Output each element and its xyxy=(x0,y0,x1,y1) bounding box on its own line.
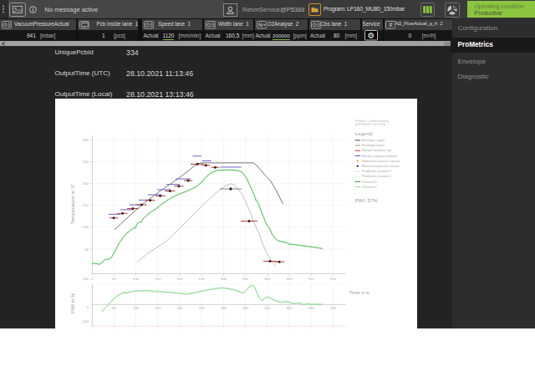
svg-text:150: 150 xyxy=(155,277,161,281)
svg-text:Channel 1: Channel 1 xyxy=(362,180,377,184)
svg-text:(07/10/2021 14:23:23): (07/10/2021 14:23:23) xyxy=(355,123,385,126)
svg-text:400: 400 xyxy=(264,277,271,281)
svg-text:Prediction channel 2: Prediction channel 2 xyxy=(362,174,391,178)
svg-text:Envelope upper: Envelope upper xyxy=(362,138,385,142)
svg-text:-100: -100 xyxy=(81,319,89,323)
svg-text:50: 50 xyxy=(84,247,89,252)
svg-text:200: 200 xyxy=(176,277,183,281)
svg-text:Product: Commissioning: Product: Commissioning xyxy=(355,120,389,123)
svg-text:550: 550 xyxy=(330,306,337,310)
svg-text:250: 250 xyxy=(83,160,89,164)
svg-text:50: 50 xyxy=(112,277,116,281)
svg-text:250: 250 xyxy=(199,306,206,310)
svg-text:300: 300 xyxy=(83,138,89,142)
svg-text:350: 350 xyxy=(242,277,249,281)
svg-text:200: 200 xyxy=(176,306,183,310)
svg-text:Prediction channel 1: Prediction channel 1 xyxy=(362,169,391,173)
svg-text:⚙: ⚙ xyxy=(367,31,374,40)
svg-text:300: 300 xyxy=(221,306,227,310)
svg-text:Time in s: Time in s xyxy=(349,290,369,295)
svg-text:Recipe setpoints bottom: Recipe setpoints bottom xyxy=(362,154,397,158)
svg-text:100: 100 xyxy=(83,277,89,281)
svg-text:550: 550 xyxy=(330,277,337,281)
svg-text:PWI in %: PWI in % xyxy=(70,293,75,313)
svg-text:Measured process sensor: Measured process sensor xyxy=(362,164,400,168)
svg-text:Reference process sensor: Reference process sensor xyxy=(362,159,400,163)
svg-text:450: 450 xyxy=(286,277,293,281)
svg-text:#: # xyxy=(389,23,392,28)
svg-text:100: 100 xyxy=(133,306,140,310)
svg-text:150: 150 xyxy=(83,203,89,207)
svg-text:350: 350 xyxy=(242,306,249,310)
svg-text:200: 200 xyxy=(83,181,89,186)
svg-text:100: 100 xyxy=(83,225,89,229)
svg-text:PWI: 57%: PWI: 57% xyxy=(355,197,379,203)
svg-text:300: 300 xyxy=(221,277,227,281)
svg-text:Temperature in °C: Temperature in °C xyxy=(70,183,75,224)
svg-text:150: 150 xyxy=(155,306,161,310)
svg-text:400: 400 xyxy=(264,306,271,310)
svg-text:100: 100 xyxy=(133,277,140,281)
svg-text:Channel 2: Channel 2 xyxy=(362,185,377,189)
svg-text:500: 500 xyxy=(308,306,315,310)
svg-text:Recipe setpoints top: Recipe setpoints top xyxy=(362,148,391,152)
svg-text:0: 0 xyxy=(91,277,94,281)
svg-text:Envelope lower: Envelope lower xyxy=(362,143,385,147)
svg-text:50: 50 xyxy=(112,306,116,310)
svg-text:450: 450 xyxy=(286,306,293,310)
svg-text:250: 250 xyxy=(199,277,206,281)
svg-text:500: 500 xyxy=(308,277,315,281)
svg-text:0: 0 xyxy=(87,305,89,309)
svg-text:Legend: Legend xyxy=(355,130,372,136)
